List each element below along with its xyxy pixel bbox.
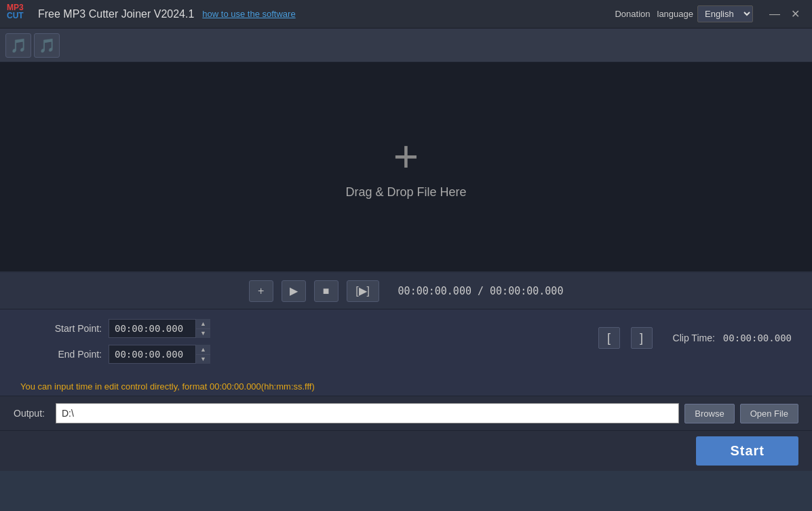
- language-select[interactable]: English Chinese Spanish French German: [697, 5, 753, 22]
- title-bar: MP3 CUT Free MP3 Cutter Joiner V2024.1 h…: [0, 0, 812, 29]
- end-spin-down[interactable]: ▼: [195, 355, 210, 364]
- browse-button[interactable]: Browse: [684, 404, 734, 423]
- app-logo: MP3 CUT: [7, 3, 33, 25]
- joiner-button[interactable]: 🎵: [34, 33, 60, 58]
- set-end-bracket-button[interactable]: ]: [631, 327, 653, 349]
- end-spin-buttons: ▲ ▼: [195, 345, 210, 364]
- hint-text: You can input time in edit control direc…: [0, 377, 812, 396]
- start-spin-up[interactable]: ▲: [195, 319, 210, 329]
- bracket-close-icon: ]: [640, 331, 643, 345]
- add-file-ctrl-button[interactable]: +: [249, 280, 273, 302]
- current-time: 00:00:00.000: [398, 285, 471, 297]
- start-button[interactable]: Start: [696, 436, 798, 466]
- output-path-input[interactable]: [56, 403, 679, 423]
- output-row: Output: Browse Open File: [0, 396, 812, 430]
- bracket-open-icon: [: [607, 331, 611, 345]
- start-spin-buttons: ▲ ▼: [195, 319, 210, 338]
- app-title: Free MP3 Cutter Joiner V2024.1: [38, 8, 194, 20]
- start-point-row: Start Point: ▲ ▼: [20, 319, 578, 338]
- add-file-button[interactable]: 🎵: [5, 33, 31, 58]
- end-input-wrapper: ▲ ▼: [109, 345, 210, 364]
- open-file-button[interactable]: Open File: [740, 404, 798, 423]
- clip-time-label: Clip Time:: [673, 333, 715, 343]
- close-button[interactable]: ✕: [786, 4, 805, 24]
- total-time: 00:00:00.000: [490, 285, 563, 297]
- end-spin-up[interactable]: ▲: [195, 345, 210, 355]
- play-button[interactable]: ▶: [282, 280, 306, 302]
- skip-icon: [▶]: [355, 284, 370, 297]
- left-times: Start Point: ▲ ▼ End Point: ▲ ▼: [20, 319, 578, 371]
- end-label: End Point:: [20, 349, 102, 360]
- drop-text: Drag & Drop File Here: [345, 185, 466, 200]
- logo-mp3: MP3: [7, 3, 33, 12]
- join-music-icon: 🎵: [39, 37, 56, 54]
- start-input-wrapper: ▲ ▼: [109, 319, 210, 338]
- times-and-clip: Start Point: ▲ ▼ End Point: ▲ ▼: [20, 319, 792, 371]
- start-spin-down[interactable]: ▼: [195, 329, 210, 339]
- language-label: language: [657, 9, 694, 19]
- time-separator: /: [478, 285, 490, 297]
- donation-link[interactable]: Donation: [615, 9, 650, 19]
- set-start-bracket-button[interactable]: [: [598, 327, 620, 349]
- right-clip: [ ] Clip Time: 00:00:00.000: [598, 319, 792, 349]
- stop-button[interactable]: ■: [314, 280, 339, 302]
- skip-button[interactable]: [▶]: [347, 280, 379, 302]
- player-controls: + ▶ ■ [▶] 00:00:00.000 / 00:00:00.000: [0, 273, 812, 309]
- bottom-bar: Start: [0, 430, 812, 471]
- output-label: Output:: [14, 408, 45, 419]
- stop-icon: ■: [323, 285, 330, 297]
- time-display: 00:00:00.000 / 00:00:00.000: [398, 285, 564, 297]
- end-point-row: End Point: ▲ ▼: [20, 345, 578, 364]
- toolbar: 🎵 🎵: [0, 29, 812, 62]
- plus-icon: +: [258, 285, 264, 297]
- how-to-link[interactable]: how to use the software: [202, 9, 295, 19]
- add-music-icon: 🎵: [10, 37, 27, 54]
- start-label: Start Point:: [20, 323, 102, 334]
- drop-zone[interactable]: + Drag & Drop File Here: [0, 62, 812, 273]
- minimize-button[interactable]: —: [764, 4, 786, 24]
- clip-time-value: 00:00:00.000: [723, 333, 792, 343]
- edit-area: Start Point: ▲ ▼ End Point: ▲ ▼: [0, 309, 812, 377]
- play-icon: ▶: [290, 284, 298, 297]
- drop-plus-icon: +: [393, 135, 419, 178]
- logo-cut: CUT: [7, 12, 33, 20]
